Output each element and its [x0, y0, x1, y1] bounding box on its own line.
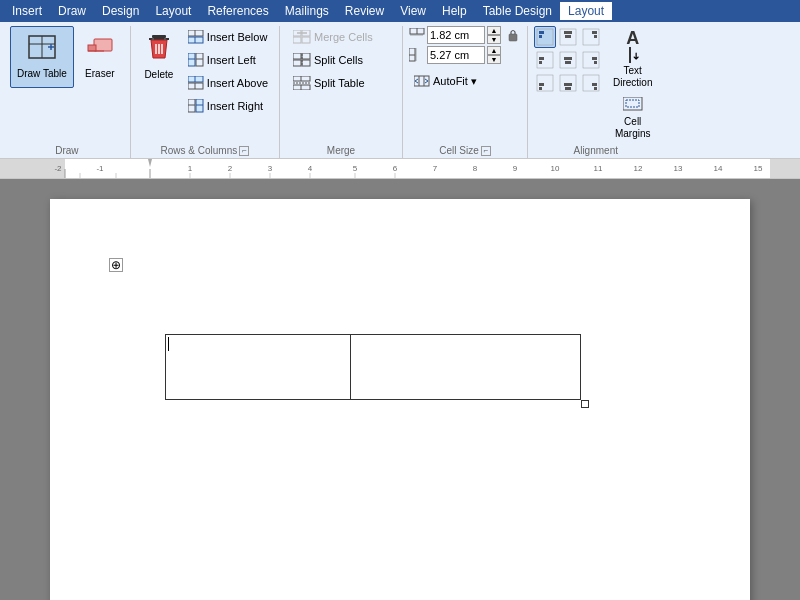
menu-table-design[interactable]: Table Design	[475, 2, 560, 20]
table-cell-2[interactable]	[351, 335, 581, 400]
eraser-button[interactable]: Eraser	[76, 26, 124, 88]
svg-rect-64	[539, 61, 542, 64]
split-cells-button[interactable]: Split Cells	[286, 49, 396, 71]
insert-below-button[interactable]: Insert Below	[183, 26, 273, 48]
align-top-left-button[interactable]	[534, 26, 556, 48]
eraser-icon	[86, 35, 114, 64]
split-table-label: Split Table	[314, 77, 365, 89]
menu-layout-active[interactable]: Layout	[560, 2, 612, 20]
align-bottom-right-icon	[582, 74, 600, 92]
insert-above-icon	[188, 76, 204, 90]
svg-text:1: 1	[188, 164, 193, 173]
width-icon	[409, 48, 425, 62]
menu-help[interactable]: Help	[434, 2, 475, 20]
menu-insert[interactable]: Insert	[4, 2, 50, 20]
width-spin-up[interactable]: ▲	[487, 46, 501, 55]
insert-left-button[interactable]: Insert Left	[183, 49, 273, 71]
table-resize-handle[interactable]	[581, 400, 589, 408]
svg-text:2: 2	[228, 164, 233, 173]
table-cell-1[interactable]	[166, 335, 351, 400]
svg-rect-35	[293, 60, 301, 66]
autofit-button[interactable]: AutoFit ▾	[409, 70, 521, 92]
align-top-right-button[interactable]	[580, 26, 602, 48]
svg-rect-70	[594, 61, 597, 64]
split-cells-label: Split Cells	[314, 54, 363, 66]
split-table-button[interactable]: Split Table	[286, 72, 396, 94]
ruler-svg: -2 -1 1 2 3 4 5 6 7 8 9 10 11 12 13 14 1…	[0, 159, 800, 179]
align-bottom-right-button[interactable]	[580, 72, 602, 94]
ribbon-group-draw: Draw Table Eraser Dr	[4, 26, 131, 158]
menu-layout[interactable]: Layout	[147, 2, 199, 20]
align-middle-center-button[interactable]	[557, 49, 579, 71]
height-icon	[409, 28, 425, 42]
ribbon: Draw Table Eraser Dr	[0, 22, 800, 159]
document-area: ⊕	[0, 179, 800, 600]
svg-rect-69	[592, 57, 597, 60]
svg-text:13: 13	[674, 164, 683, 173]
draw-table-button[interactable]: Draw Table	[10, 26, 74, 88]
height-input[interactable]	[427, 26, 485, 44]
height-spin-down[interactable]: ▼	[487, 35, 501, 44]
svg-rect-33	[293, 53, 301, 59]
draw-table-label: Draw Table	[17, 68, 67, 80]
height-spinner: ▲ ▼	[487, 26, 501, 44]
svg-text:6: 6	[393, 164, 398, 173]
width-spin-down[interactable]: ▼	[487, 55, 501, 64]
svg-text:4: 4	[308, 164, 313, 173]
align-bottom-center-button[interactable]	[557, 72, 579, 94]
menu-draw[interactable]: Draw	[50, 2, 94, 20]
menu-view[interactable]: View	[392, 2, 434, 20]
split-cells-icon	[293, 53, 311, 67]
menu-review[interactable]: Review	[337, 2, 392, 20]
svg-rect-85	[65, 159, 770, 179]
align-top-right-icon	[582, 28, 600, 46]
insert-left-label: Insert Left	[207, 54, 256, 66]
align-middle-left-button[interactable]	[534, 49, 556, 71]
insert-above-button[interactable]: Insert Above	[183, 72, 273, 94]
cell-size-col: ▲ ▼	[409, 26, 521, 92]
cell-size-expander[interactable]: ⌐	[481, 146, 491, 156]
draw-table-icon	[28, 35, 56, 64]
align-bottom-left-icon	[536, 74, 554, 92]
text-direction-button[interactable]: A ➜ TextDirection	[608, 26, 657, 92]
svg-text:-2: -2	[54, 164, 62, 173]
align-top-center-button[interactable]	[557, 26, 579, 48]
menu-design[interactable]: Design	[94, 2, 147, 20]
menu-bar: Insert Draw Design Layout References Mai…	[0, 0, 800, 22]
text-direction-icon: A	[626, 29, 639, 47]
merge-cells-label: Merge Cells	[314, 31, 373, 43]
align-bottom-left-button[interactable]	[534, 72, 556, 94]
svg-rect-61	[594, 35, 597, 38]
ribbon-group-rows-cols: Delete Insert Below	[131, 26, 280, 158]
svg-text:7: 7	[433, 164, 438, 173]
delete-label: Delete	[144, 69, 173, 81]
table-row	[166, 335, 581, 400]
cell-size-content: ▲ ▼	[409, 26, 521, 143]
split-table-icon	[293, 76, 311, 90]
svg-text:5: 5	[353, 164, 358, 173]
merge-cells-button[interactable]: Merge Cells	[286, 26, 396, 48]
eraser-label: Eraser	[85, 68, 114, 80]
align-right-col: A ➜ TextDirection	[608, 26, 657, 143]
cell-margins-button[interactable]: CellMargins	[608, 94, 657, 143]
merge-group-content: Merge Cells Split Cells	[286, 26, 396, 143]
svg-rect-60	[592, 31, 597, 34]
width-input[interactable]	[427, 46, 485, 64]
merge-cells-icon	[293, 30, 311, 44]
align-middle-right-button[interactable]	[580, 49, 602, 71]
document-page: ⊕	[50, 199, 750, 600]
document-table[interactable]	[165, 334, 581, 400]
rows-cols-expander[interactable]: ⌐	[239, 146, 249, 156]
align-middle-left-icon	[536, 51, 554, 69]
menu-references[interactable]: References	[199, 2, 276, 20]
align-top-left-icon	[536, 28, 554, 46]
delete-button[interactable]: Delete	[137, 26, 181, 88]
svg-text:3: 3	[268, 164, 273, 173]
insert-right-button[interactable]: Insert Right	[183, 95, 273, 117]
svg-rect-79	[594, 87, 597, 90]
menu-mailings[interactable]: Mailings	[277, 2, 337, 20]
cell-margins-icon	[623, 97, 643, 114]
height-spin-up[interactable]: ▲	[487, 26, 501, 35]
table-move-handle[interactable]: ⊕	[109, 258, 123, 272]
svg-rect-3	[94, 39, 112, 51]
